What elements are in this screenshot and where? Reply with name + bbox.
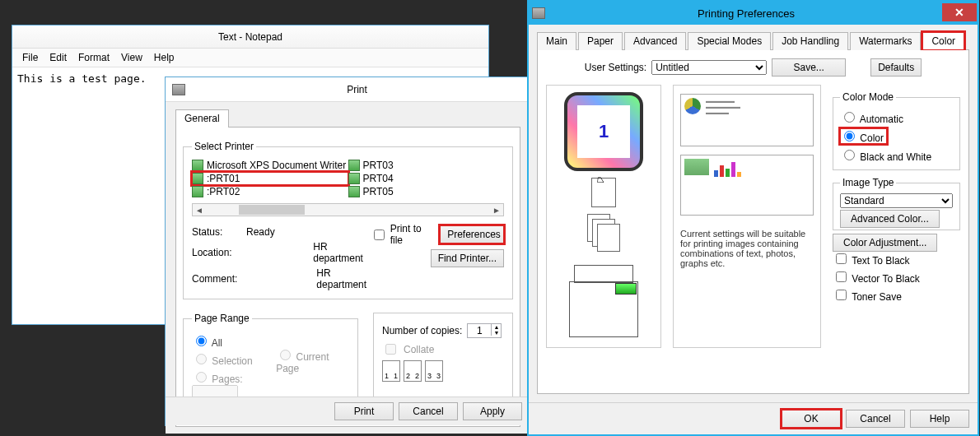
radio-bw[interactable]: Black and White — [840, 147, 953, 163]
range-all[interactable]: All — [192, 333, 276, 349]
prefs-titlebar: Printing Preferences ✕ — [529, 2, 978, 25]
printer-prt05[interactable]: PRT05 — [348, 185, 505, 198]
location-label: Location: — [192, 247, 234, 258]
printer-icon — [192, 173, 203, 184]
menu-file[interactable]: File — [17, 50, 43, 65]
copies-spinner[interactable]: ▲▼ — [467, 323, 502, 338]
vector-to-black-checkbox[interactable]: Vector To Black — [833, 269, 960, 285]
preview-page-number: 1 — [577, 105, 630, 158]
user-settings-label: User Settings: — [585, 62, 646, 73]
advanced-color-button[interactable]: Advanced Color... — [840, 210, 940, 228]
range-current-page: Current Page — [276, 347, 349, 374]
photo-icon — [684, 159, 709, 175]
select-printer-label: Select Printer — [192, 141, 256, 152]
status-value: Ready — [246, 226, 275, 238]
comment-value: HR department — [316, 267, 370, 290]
printer-scrollbar[interactable]: ◄ ► — [192, 203, 504, 216]
save-button[interactable]: Save... — [772, 58, 846, 77]
collate-page-icon — [425, 360, 443, 382]
bar-chart-icon — [714, 159, 741, 177]
description-text: Current settings will be suitable for pr… — [680, 224, 814, 268]
menu-help[interactable]: Help — [149, 50, 180, 65]
print-button[interactable]: Print — [334, 402, 394, 420]
printer-icon — [192, 160, 203, 171]
printer-prt03[interactable]: PRT03 — [348, 159, 505, 172]
printer-icon — [348, 173, 360, 184]
apply-button[interactable]: Apply — [463, 402, 522, 420]
radio-color[interactable]: Color — [840, 128, 887, 144]
tab-advanced[interactable]: Advanced — [624, 32, 686, 50]
tab-color[interactable]: Color — [922, 32, 964, 50]
user-settings-select[interactable]: Untitled — [651, 60, 767, 75]
printer-xps[interactable]: Microsoft XPS Document Writer — [192, 159, 348, 172]
spin-down-icon[interactable]: ▼ — [491, 330, 501, 336]
print-title: Print — [190, 84, 524, 95]
close-button[interactable]: ✕ — [942, 3, 977, 21]
preview-panel: 1 ⏢ — [546, 85, 661, 348]
printer-prt01[interactable]: :PRT01 — [192, 172, 348, 185]
print-to-file-checkbox[interactable]: Print to file Preferences — [371, 223, 504, 246]
notepad-menubar: File Edit Format View Help — [12, 49, 488, 67]
notepad-title: Text - Notepad — [17, 31, 483, 43]
printer-icon — [348, 160, 360, 171]
color-mode-label: Color Mode — [840, 91, 896, 103]
tab-watermarks[interactable]: Watermarks — [850, 32, 921, 50]
prefs-tabstrip: Main Paper Advanced Special Modes Job Ha… — [537, 31, 969, 50]
color-settings-panel: Color Mode Automatic Color Black and Whi… — [833, 85, 960, 348]
preferences-button[interactable]: Preferences — [440, 225, 504, 244]
copies-label: Number of copies: — [382, 325, 462, 336]
scroll-thumb[interactable] — [239, 205, 305, 215]
page-icon: ⏢ — [591, 178, 616, 207]
thumbnail-2 — [680, 155, 814, 216]
collate-page-icon — [404, 360, 422, 382]
printer-icon — [192, 186, 203, 197]
color-adjustment-button[interactable]: Color Adjustment... — [833, 234, 937, 252]
copies-value[interactable] — [468, 324, 491, 337]
color-preview: 1 — [564, 92, 643, 171]
find-printer-button[interactable]: Find Printer... — [431, 249, 504, 267]
menu-format[interactable]: Format — [73, 50, 114, 65]
spin-up-icon[interactable]: ▲ — [491, 324, 501, 330]
tab-job-handling[interactable]: Job Handling — [772, 32, 848, 50]
defaults-button[interactable]: Defaults — [870, 58, 922, 77]
printer-icon — [172, 84, 185, 95]
text-to-black-checkbox[interactable]: Text To Black — [833, 251, 960, 267]
ok-button[interactable]: OK — [782, 410, 841, 428]
print-dialog: Print General Select Printer Microsoft X… — [165, 77, 531, 426]
pie-chart-icon — [684, 98, 701, 114]
prefs-cancel-button[interactable]: Cancel — [846, 410, 905, 428]
printer-illustration — [562, 258, 645, 341]
location-value: HR department — [313, 241, 370, 264]
print-titlebar: Print — [166, 77, 530, 102]
image-type-select[interactable]: Standard — [840, 193, 953, 208]
printer-icon — [532, 7, 545, 19]
collate-checkbox: Collate — [382, 341, 504, 357]
select-printer-group: Select Printer Microsoft XPS Document Wr… — [183, 141, 513, 299]
range-selection: Selection — [192, 351, 276, 367]
radio-automatic[interactable]: Automatic — [840, 109, 953, 125]
help-button[interactable]: Help — [910, 410, 969, 428]
comment-label: Comment: — [192, 273, 237, 285]
description-panel: ▬▬▬▬▬▬▬▬▬▬▬▬▬▬▬ Current settings will be… — [673, 85, 821, 348]
toner-save-checkbox[interactable]: Toner Save — [833, 287, 960, 303]
printer-icon — [348, 186, 360, 197]
cancel-button[interactable]: Cancel — [399, 402, 458, 420]
menu-edit[interactable]: Edit — [44, 50, 72, 65]
prefs-title: Printing Preferences — [550, 7, 942, 20]
printer-prt02[interactable]: :PRT02 — [192, 185, 348, 198]
printer-list[interactable]: Microsoft XPS Document Writer PRT03 :PRT… — [192, 159, 504, 198]
printer-prt04[interactable]: PRT04 — [348, 172, 505, 185]
tab-general[interactable]: General — [175, 109, 229, 128]
collate-page-icon — [382, 360, 400, 382]
thumbnail-1: ▬▬▬▬▬▬▬▬▬▬▬▬▬▬▬ — [680, 94, 814, 146]
scroll-right-icon[interactable]: ► — [490, 206, 503, 215]
scroll-left-icon[interactable]: ◄ — [193, 206, 206, 215]
tab-main[interactable]: Main — [537, 32, 576, 50]
print-tabstrip: General — [175, 109, 520, 128]
status-label: Status: — [192, 226, 241, 238]
image-type-label: Image Type — [840, 177, 896, 188]
page-range-label: Page Range — [192, 313, 252, 324]
tab-special-modes[interactable]: Special Modes — [688, 32, 771, 50]
tab-paper[interactable]: Paper — [578, 32, 623, 50]
menu-view[interactable]: View — [116, 50, 147, 65]
